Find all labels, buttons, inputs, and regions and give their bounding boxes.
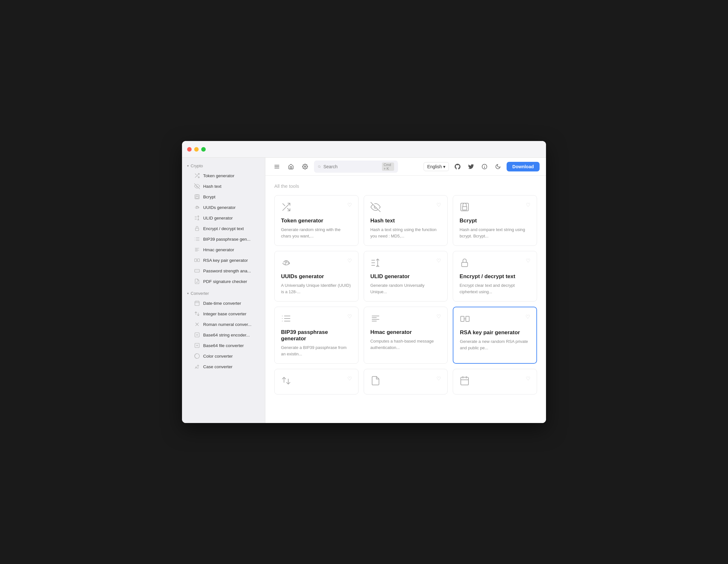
chevron-down-icon: ▾: [443, 164, 445, 169]
sidebar-item-label: Date-time converter: [203, 301, 241, 306]
card-desc: Generate random Universally Unique...: [370, 282, 441, 295]
card-title: Bcrypt: [459, 218, 530, 224]
sidebar-section-crypto[interactable]: ▾ Crypto: [182, 162, 265, 170]
favorite-button[interactable]: ♡: [526, 202, 530, 208]
svg-rect-20: [461, 377, 468, 385]
sidebar-item-encrypt-decrypt[interactable]: Encrypt / decrypt text: [184, 223, 263, 234]
cards-grid: ♡ Token generator Generate random string…: [274, 195, 537, 394]
card-bottom-1[interactable]: ♡: [274, 369, 359, 394]
card-token-generator[interactable]: ♡ Token generator Generate random string…: [274, 195, 359, 246]
card-hmac[interactable]: ♡ Hmac generator Computes a hash-based m…: [364, 307, 448, 364]
card-rsa[interactable]: ♡ RSA key pair generator Generate a new …: [453, 307, 537, 364]
sidebar-item-base64-string[interactable]: Base64 string encoder...: [184, 330, 263, 340]
card-hash-text[interactable]: ♡ Hash text Hash a text string using the…: [364, 195, 448, 246]
sidebar-item-ulid[interactable]: ULID generator: [184, 213, 263, 223]
sidebar-item-integer-base[interactable]: Integer base converter: [184, 309, 263, 319]
hmac-icon: [370, 313, 381, 325]
sidebar-item-label: Base64 file converter: [203, 343, 244, 348]
toolbar: Cmd + K English ▾ Do: [265, 158, 546, 176]
language-selector[interactable]: English ▾: [424, 162, 449, 171]
sidebar-item-token-generator[interactable]: Token generator: [184, 170, 263, 181]
sidebar-item-hash-text[interactable]: Hash text: [184, 181, 263, 191]
favorite-button[interactable]: ♡: [436, 258, 441, 264]
github-button[interactable]: [453, 162, 462, 171]
sidebar-item-label: Case converter: [203, 364, 233, 369]
sidebar-item-bcrypt[interactable]: Bcrypt: [184, 192, 263, 202]
card-bip39[interactable]: ♡ BIP39 passphrase generator Generate a …: [274, 307, 359, 364]
favorite-button[interactable]: ♡: [347, 313, 352, 319]
card-desc: Hash and compare text string using bcryp…: [459, 227, 530, 239]
favorite-button[interactable]: ♡: [436, 202, 441, 208]
svg-rect-3: [198, 259, 200, 262]
card-bottom-3[interactable]: ♡: [453, 369, 537, 394]
sidebar-item-label: UUIDs generator: [203, 205, 236, 210]
sidebar-item-rsa[interactable]: RSA key pair generator: [184, 255, 263, 265]
svg-rect-17: [462, 262, 468, 267]
favorite-button[interactable]: ♡: [436, 313, 441, 319]
favorite-button[interactable]: ♡: [347, 376, 352, 382]
lock-square-icon: [194, 194, 200, 200]
search-input[interactable]: [323, 164, 379, 169]
app-window: ▾ Crypto Token generator Hash text Bcr: [182, 141, 546, 423]
card-top: ♡: [459, 376, 530, 387]
sidebar-item-roman[interactable]: Roman numeral conver...: [184, 319, 263, 329]
card-encrypt-decrypt[interactable]: ♡ Encrypt / decrypt text Encrypt clear t…: [453, 251, 537, 302]
sidebar-item-bip39[interactable]: BIP39 passphrase gen...: [184, 234, 263, 244]
menu-button[interactable]: [272, 162, 282, 172]
chevron-down-icon: ▾: [187, 164, 189, 168]
card-desc: Generate random string with the chars yo…: [281, 227, 352, 239]
sidebar-item-uuids[interactable]: UUIDs generator: [184, 202, 263, 212]
favorite-button[interactable]: ♡: [436, 376, 441, 382]
favorite-button[interactable]: ♡: [347, 202, 352, 208]
download-button[interactable]: Download: [507, 162, 540, 171]
card-title: Encrypt / decrypt text: [459, 273, 530, 280]
favorite-button[interactable]: ♡: [526, 258, 530, 264]
sidebar-item-base64-file[interactable]: Base64 file converter: [184, 340, 263, 351]
chevron-down-icon: ▾: [187, 292, 189, 295]
main-content: Cmd + K English ▾ Do: [265, 158, 546, 423]
card-bottom-2[interactable]: ♡: [364, 369, 448, 394]
password-icon: [194, 268, 200, 274]
card-ulid[interactable]: ♡ ULID generator Generate random Univers…: [364, 251, 448, 302]
twitter-button[interactable]: [466, 162, 476, 171]
svg-rect-5: [195, 301, 199, 306]
svg-rect-1: [195, 228, 199, 231]
language-label: English: [427, 164, 442, 169]
sidebar-item-password-strength[interactable]: Password strength ana...: [184, 266, 263, 276]
card-top: ♡: [281, 202, 352, 214]
sidebar-item-datetime[interactable]: Date-time converter: [184, 298, 263, 308]
sidebar-section-converter[interactable]: ▾ Converter: [182, 289, 265, 298]
svg-point-12: [304, 166, 306, 167]
card-title: Hash text: [370, 218, 441, 224]
sidebar-item-label: Color converter: [203, 354, 233, 359]
favorite-button[interactable]: ♡: [347, 258, 352, 264]
card-title: RSA key pair generator: [460, 329, 530, 336]
sort-num-icon: [194, 215, 200, 221]
arrows-lr-icon: [194, 311, 200, 317]
favorite-button[interactable]: ♡: [526, 376, 530, 382]
dark-mode-button[interactable]: [493, 162, 503, 171]
card-title: Hmac generator: [370, 329, 441, 336]
sidebar-item-hmac[interactable]: Hmac generator: [184, 245, 263, 255]
minimize-button[interactable]: [194, 147, 199, 152]
calendar-icon: [459, 376, 470, 387]
settings-button[interactable]: [300, 162, 310, 172]
eye-off-icon: [194, 183, 200, 189]
sidebar-item-label: ULID generator: [203, 216, 233, 220]
home-button[interactable]: [286, 162, 296, 172]
card-bcrypt[interactable]: ♡ Bcrypt Hash and compare text string us…: [453, 195, 537, 246]
favorite-button[interactable]: ♡: [525, 314, 530, 320]
maximize-button[interactable]: [201, 147, 206, 152]
sidebar-item-case[interactable]: Case converter: [184, 361, 263, 372]
sidebar-item-pdf-signature[interactable]: PDF signature checker: [184, 276, 263, 286]
search-bar[interactable]: Cmd + K: [314, 161, 398, 173]
info-button[interactable]: [480, 162, 489, 171]
card-top: ♡: [281, 376, 352, 387]
sidebar-item-label: Token generator: [203, 173, 235, 178]
lock-icon: [459, 258, 470, 270]
close-button[interactable]: [187, 147, 192, 152]
sidebar-item-color[interactable]: Color converter: [184, 351, 263, 361]
roman-icon: [194, 321, 200, 327]
card-top: ♡: [370, 258, 441, 270]
card-uuids[interactable]: ♡ UUIDs generator A Universally Unique I…: [274, 251, 359, 302]
